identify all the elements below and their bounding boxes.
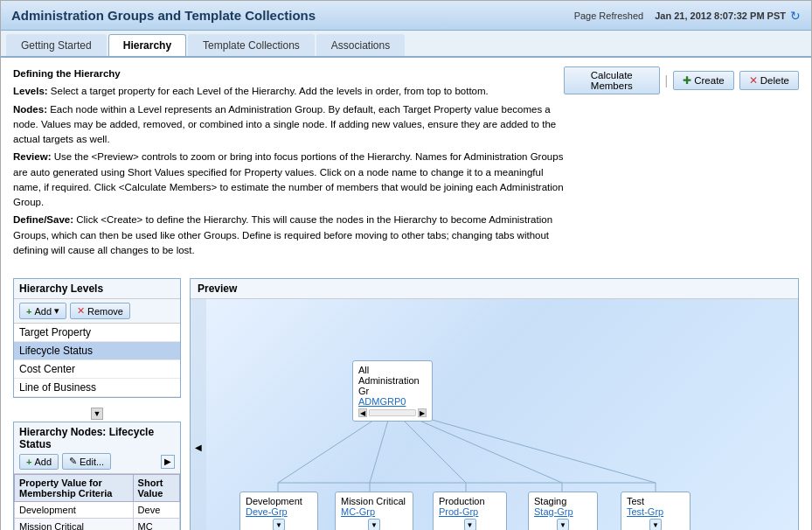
add-node-button[interactable]: + Add xyxy=(19,454,59,470)
col-property: Property Value for Membership Criteria xyxy=(15,475,134,502)
levels-toolbar: + Add ▾ ✕ Remove xyxy=(14,299,180,324)
test-expand-arrow[interactable]: ▼ xyxy=(649,519,662,530)
hierarchy-nodes-header: Hierarchy Nodes: Lifecycle Status + Add … xyxy=(14,422,180,474)
delete-icon: ✕ xyxy=(749,74,758,87)
stag-node-name: Staging xyxy=(534,496,592,506)
nodes-label: Nodes: xyxy=(13,104,47,115)
hierarchy-nodes-panel: Hierarchy Nodes: Lifecycle Status + Add … xyxy=(13,422,181,530)
stag-expand-arrow[interactable]: ▼ xyxy=(557,519,569,530)
root-scroll-bar xyxy=(369,409,416,416)
nodes-toolbar: + Add ✎ Edit... ▶ xyxy=(19,453,175,470)
level-item-cost-center[interactable]: Cost Center xyxy=(14,360,180,379)
node-property: Mission Critical xyxy=(15,519,134,531)
col-short: Short Value xyxy=(133,475,179,502)
root-scroll-right[interactable]: ▶ xyxy=(418,408,427,417)
main-layout: Hierarchy Levels + Add ▾ ✕ Remove xyxy=(13,278,799,530)
diagram: All Administration Gr ADMGRP0 ◀ ▶ Develo… xyxy=(217,308,798,530)
content-area: Defining the Hierarchy Levels: Select a … xyxy=(1,58,811,530)
table-row[interactable]: DevelopmentDeve xyxy=(15,502,180,519)
tab-hierarchy[interactable]: Hierarchy xyxy=(108,34,186,56)
root-node-name: All Administration Gr xyxy=(358,365,427,396)
refresh-icon[interactable]: ↻ xyxy=(790,9,801,23)
toolbar: Calculate Members | ✚ Create ✕ Delete xyxy=(564,66,799,94)
define-label: Define/Save: xyxy=(13,214,73,225)
review-label: Review: xyxy=(13,151,51,162)
level-list: Target Property Lifecycle Status Cost Ce… xyxy=(14,324,180,397)
test-node-link[interactable]: Test-Grp xyxy=(627,506,684,517)
tabs-bar: Getting Started Hierarchy Template Colle… xyxy=(1,31,811,58)
dev-node-name: Development xyxy=(246,496,312,506)
page-wrapper: Administration Groups and Template Colle… xyxy=(0,0,812,530)
prod-expand-arrow[interactable]: ▼ xyxy=(464,519,476,530)
nodes-table: Property Value for Membership Criteria S… xyxy=(14,474,180,530)
add-node-icon: + xyxy=(26,457,31,467)
expand-nodes-button[interactable]: ▶ xyxy=(161,455,175,469)
add-level-icon: + xyxy=(26,306,31,317)
left-arrow-icon: ◀ xyxy=(195,443,202,452)
child-node-test[interactable]: Test Test-Grp ▼ xyxy=(621,492,691,530)
root-node[interactable]: All Administration Gr ADMGRP0 ◀ ▶ xyxy=(352,360,433,422)
tab-template-collections[interactable]: Template Collections xyxy=(188,34,315,56)
edit-node-button[interactable]: ✎ Edit... xyxy=(62,453,111,470)
child-node-staging[interactable]: Staging Stag-Grp ▼ xyxy=(528,492,598,530)
hierarchy-levels-panel: Hierarchy Levels + Add ▾ ✕ Remove xyxy=(13,278,181,398)
hierarchy-levels-title: Hierarchy Levels xyxy=(19,282,103,295)
create-icon: ✚ xyxy=(683,74,691,87)
level-item-target-property[interactable]: Target Property xyxy=(14,324,180,342)
preview-header: Preview xyxy=(191,279,798,299)
levels-label: Levels: xyxy=(13,86,48,96)
root-node-scroll: ◀ ▶ xyxy=(358,408,427,417)
prod-node-name: Production xyxy=(439,496,501,506)
left-panel: Hierarchy Levels + Add ▾ ✕ Remove xyxy=(13,278,181,530)
hierarchy-nodes-title: Hierarchy Nodes: Lifecycle Status xyxy=(19,426,175,450)
scroll-down-arrow[interactable]: ▼ xyxy=(91,408,103,420)
add-level-button[interactable]: + Add ▾ xyxy=(19,303,66,319)
edit-node-label: Edit... xyxy=(80,457,104,467)
remove-level-label: Remove xyxy=(87,306,123,317)
calculate-members-button[interactable]: Calculate Members xyxy=(564,66,660,94)
levels-text: Select a target property for each Level … xyxy=(51,86,489,96)
node-property: Development xyxy=(15,502,134,519)
level-item-line-of-business[interactable]: Line of Business xyxy=(14,379,180,397)
edit-node-icon: ✎ xyxy=(69,456,77,467)
mc-node-name: Mission Critical xyxy=(341,496,407,506)
table-row[interactable]: Mission CriticalMC xyxy=(15,519,180,531)
delete-button[interactable]: ✕ Delete xyxy=(739,71,799,90)
refresh-label: Page Refreshed xyxy=(574,10,644,21)
dev-expand-arrow[interactable]: ▼ xyxy=(273,519,285,530)
tab-getting-started[interactable]: Getting Started xyxy=(6,34,107,56)
dev-node-link[interactable]: Deve-Grp xyxy=(246,506,312,517)
root-scroll-left[interactable]: ◀ xyxy=(358,408,367,417)
mc-node-link[interactable]: MC-Grp xyxy=(341,506,407,517)
nodes-text: Each node within a Level represents an A… xyxy=(13,104,556,145)
page-title: Administration Groups and Template Colle… xyxy=(11,8,316,23)
remove-level-button[interactable]: ✕ Remove xyxy=(70,303,130,319)
child-node-production[interactable]: Production Prod-Grp ▼ xyxy=(433,492,507,530)
delete-label: Delete xyxy=(760,75,789,86)
preview-panel: Preview ◀ xyxy=(190,278,799,530)
tab-associations[interactable]: Associations xyxy=(316,34,405,56)
defining-title: Defining the Hierarchy xyxy=(13,68,121,79)
root-node-link[interactable]: ADMGRP0 xyxy=(358,396,427,407)
child-node-mission-critical[interactable]: Mission Critical MC-Grp ▼ xyxy=(335,492,413,530)
hierarchy-levels-header: Hierarchy Levels xyxy=(14,279,180,299)
info-block: Defining the Hierarchy Levels: Select a … xyxy=(13,66,564,261)
add-node-label: Add xyxy=(34,457,52,467)
node-short: Deve xyxy=(133,502,179,519)
create-button[interactable]: ✚ Create xyxy=(673,71,734,90)
page-refresh: Page Refreshed Jan 21, 2012 8:07:32 PM P… xyxy=(574,9,801,23)
scroll-left-arrow[interactable]: ◀ xyxy=(191,299,206,530)
prod-node-link[interactable]: Prod-Grp xyxy=(439,506,501,517)
toolbar-separator: | xyxy=(665,73,669,87)
create-label: Create xyxy=(694,75,725,86)
mc-expand-arrow[interactable]: ▼ xyxy=(368,519,380,530)
child-node-development[interactable]: Development Deve-Grp ▼ xyxy=(239,492,318,530)
level-item-lifecycle-status[interactable]: Lifecycle Status xyxy=(14,342,180,360)
page-header: Administration Groups and Template Colle… xyxy=(1,1,811,31)
stag-node-link[interactable]: Stag-Grp xyxy=(534,506,592,517)
define-text: Click <Create> to define the Hierarchy. … xyxy=(13,214,552,255)
remove-level-icon: ✕ xyxy=(77,305,85,317)
add-dropdown-icon: ▾ xyxy=(54,305,59,317)
test-node-name: Test xyxy=(627,496,684,506)
add-level-label: Add xyxy=(34,306,52,317)
